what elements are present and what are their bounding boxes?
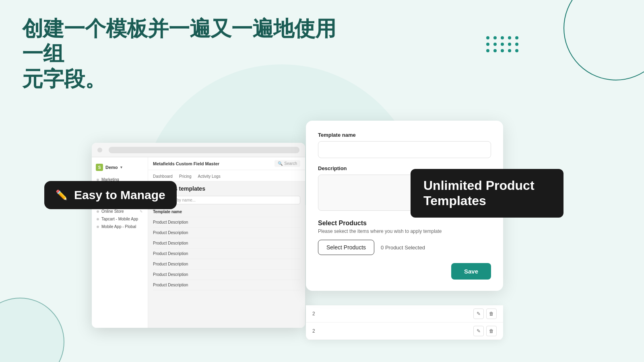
sidebar-dot-tapcart (97, 218, 99, 220)
save-row: Save (318, 263, 491, 280)
content-header: Dashboard Pricing Activity Logs (148, 170, 305, 181)
table-row-actions-2: ✎ 🗑 (473, 326, 497, 336)
nav-item-pricing[interactable]: Pricing (179, 174, 192, 179)
browser-address-bar (109, 147, 299, 153)
table-row-item-2: 2 ✎ 🗑 (306, 323, 503, 340)
template-list: Template name Product Description Produc… (148, 207, 305, 290)
browser-window: S Demo ▾ Marketing Discounts Apps (92, 143, 305, 328)
template-row[interactable]: Product Description (153, 238, 300, 249)
easy-to-manage-badge: ✏️ Easy to Manage (44, 181, 177, 209)
brand-name: S Demo ▾ (92, 161, 148, 173)
template-name-label: Template name (318, 132, 491, 138)
template-row[interactable]: Product Description (153, 259, 300, 269)
template-name-input[interactable] (318, 141, 491, 158)
sidebar-dot-mobile (97, 226, 99, 228)
topbar-search[interactable]: 🔍 Search (275, 160, 300, 167)
table-row-num-1: 2 (312, 311, 315, 317)
easy-badge-label: Easy to Manage (74, 188, 165, 202)
decorative-circle-bottom-left (0, 298, 64, 362)
select-products-subtitle: Please sekect the items where you wish t… (318, 228, 491, 234)
delete-button-2[interactable]: 🗑 (486, 326, 497, 336)
table-row-actions-1: ✎ 🗑 (473, 309, 497, 319)
save-button[interactable]: Save (451, 263, 491, 280)
browser-titlebar (92, 143, 305, 157)
delete-button-1[interactable]: 🗑 (486, 309, 497, 319)
template-row[interactable]: Product Description (153, 228, 300, 238)
content-nav: Dashboard Pricing Activity Logs (153, 174, 300, 179)
sidebar-dot-online (97, 210, 99, 213)
table-row-item-1: 2 ✎ 🗑 (306, 305, 503, 323)
browser-circle-1 (97, 148, 102, 152)
template-list-header: Template name (153, 207, 300, 217)
edit-button-2[interactable]: ✎ (473, 326, 484, 336)
select-products-title: Select Products (318, 220, 491, 227)
template-row[interactable]: Product Description (153, 217, 300, 228)
select-products-row: Select Products 0 Product Selected (318, 240, 491, 255)
shopify-topbar: Metafields Custom Field Master 🔍 Search (148, 157, 305, 170)
search-icon: 🔍 (278, 161, 283, 166)
shopify-icon: S (96, 164, 103, 171)
nav-item-activity-logs[interactable]: Activity Logs (198, 174, 221, 179)
bottom-table: 2 ✎ 🗑 2 ✎ 🗑 (306, 305, 503, 340)
table-row-num-2: 2 (312, 328, 315, 334)
page-headline: 创建一个模板并一遍又一遍地使用一组 元字段。 (22, 16, 344, 91)
sidebar-dot-marketing (97, 179, 99, 181)
sidebar-item-mobile-app[interactable]: Mobile App - Plobal (94, 223, 145, 230)
template-row[interactable]: Product Description (153, 269, 300, 280)
nav-item-dashboard[interactable]: Dashboard (153, 174, 173, 179)
edit-button-1[interactable]: ✎ (473, 309, 484, 319)
template-row[interactable]: Product Description (153, 249, 300, 259)
edit-icon: ✏️ (56, 189, 68, 201)
dots-grid (486, 36, 519, 52)
unlimited-badge-text: Unlimited Product Templates (423, 178, 551, 209)
select-products-button[interactable]: Select Products (318, 240, 374, 255)
sidebar-item-tapcart[interactable]: Tapcart - Mobile App (94, 215, 145, 223)
app-title: Metafields Custom Field Master (153, 161, 219, 166)
products-selected-count: 0 Product Selected (381, 245, 425, 251)
template-row[interactable]: Product Description (153, 280, 300, 290)
unlimited-product-templates-badge: Unlimited Product Templates (411, 169, 564, 218)
select-products-section: Select Products Please sekect the items … (318, 220, 491, 280)
decorative-circle-top-right (564, 0, 644, 80)
